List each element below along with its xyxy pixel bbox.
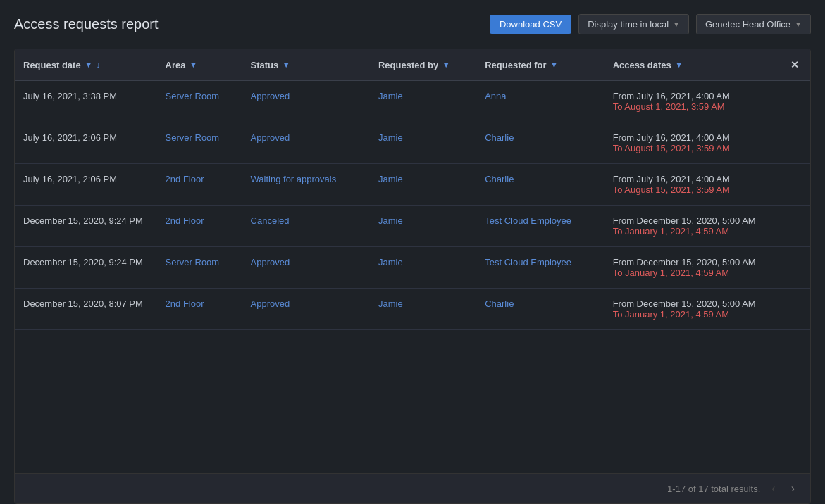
area-label: Area <box>166 60 186 70</box>
col-header-area[interactable]: Area ▼ <box>157 49 242 81</box>
table-row: July 16, 2021, 2:06 PM2nd FloorWaiting f… <box>15 164 810 206</box>
page-container: Access requests report Download CSV Disp… <box>0 0 825 504</box>
cell-area[interactable]: 2nd Floor <box>157 164 242 206</box>
col-header-request-date[interactable]: Request date ▼ ↓ <box>15 49 157 81</box>
cell-requested-for[interactable]: Test Cloud Employee <box>476 206 604 247</box>
cell-request-date: July 16, 2021, 2:06 PM <box>15 164 157 206</box>
pagination-next-button[interactable]: › <box>787 481 799 496</box>
table-row: July 16, 2021, 2:06 PMServer RoomApprove… <box>15 122 810 164</box>
pagination-info: 1-17 of 17 total results. <box>667 484 760 494</box>
col-header-requested-for[interactable]: Requested for ▼ <box>476 49 604 81</box>
cell-requested-by[interactable]: Jamie <box>370 164 476 206</box>
access-date-to: To August 1, 2021, 3:59 AM <box>613 101 774 112</box>
cell-requested-by[interactable]: Jamie <box>370 289 476 330</box>
cell-requested-by[interactable]: Jamie <box>370 122 476 164</box>
cell-area[interactable]: Server Room <box>157 81 242 122</box>
access-date-to: To January 1, 2021, 4:59 AM <box>613 226 774 237</box>
location-button[interactable]: Genetec Head Office ▼ <box>696 14 811 34</box>
table-row: July 16, 2021, 3:38 PMServer RoomApprove… <box>15 81 810 122</box>
cell-actions <box>782 289 810 330</box>
cell-requested-by[interactable]: Jamie <box>370 247 476 289</box>
clear-all-filters-icon[interactable]: ✕ <box>790 59 799 70</box>
cell-access-dates: From December 15, 2020, 5:00 AMTo Januar… <box>604 289 782 330</box>
table-row: December 15, 2020, 9:24 PM2nd FloorCance… <box>15 206 810 247</box>
table-header-row: Request date ▼ ↓ Area ▼ <box>15 49 810 81</box>
cell-access-dates: From July 16, 2021, 4:00 AMTo August 15,… <box>604 122 782 164</box>
cell-status: Approved <box>242 247 370 289</box>
access-requests-table: Request date ▼ ↓ Area ▼ <box>15 49 810 330</box>
cell-request-date: July 16, 2021, 2:06 PM <box>15 122 157 164</box>
requested-by-filter-icon[interactable]: ▼ <box>442 60 450 70</box>
cell-request-date: December 15, 2020, 9:24 PM <box>15 206 157 247</box>
cell-request-date: December 15, 2020, 8:07 PM <box>15 289 157 330</box>
access-date-from: From July 16, 2021, 4:00 AM <box>613 132 774 143</box>
download-csv-button[interactable]: Download CSV <box>490 15 571 34</box>
cell-requested-for[interactable]: Charlie <box>476 164 604 206</box>
cell-requested-for[interactable]: Charlie <box>476 122 604 164</box>
location-label: Genetec Head Office <box>705 19 790 30</box>
access-dates-label: Access dates <box>613 60 671 70</box>
access-date-to: To August 15, 2021, 3:59 AM <box>613 143 774 153</box>
access-date-from: From December 15, 2020, 5:00 AM <box>613 215 774 226</box>
access-date-from: From December 15, 2020, 5:00 AM <box>613 298 774 309</box>
cell-actions <box>782 247 810 289</box>
cell-status: Waiting for approvals <box>242 164 370 206</box>
time-display-button[interactable]: Display time in local ▼ <box>578 14 689 34</box>
location-chevron-icon: ▼ <box>795 20 802 28</box>
header: Access requests report Download CSV Disp… <box>14 14 811 34</box>
cell-area[interactable]: 2nd Floor <box>157 289 242 330</box>
cell-access-dates: From July 16, 2021, 4:00 AMTo August 1, … <box>604 81 782 122</box>
request-date-sort-icon[interactable]: ↓ <box>97 61 101 69</box>
area-filter-icon[interactable]: ▼ <box>190 60 198 70</box>
requested-for-label: Requested for <box>485 60 546 70</box>
cell-status: Approved <box>242 81 370 122</box>
cell-actions <box>782 81 810 122</box>
requested-for-filter-icon[interactable]: ▼ <box>550 60 559 70</box>
col-header-status[interactable]: Status ▼ <box>242 49 370 81</box>
cell-requested-for[interactable]: Anna <box>476 81 604 122</box>
status-filter-icon[interactable]: ▼ <box>282 60 290 70</box>
access-dates-filter-icon[interactable]: ▼ <box>675 60 683 70</box>
cell-actions <box>782 122 810 164</box>
table-body: July 16, 2021, 3:38 PMServer RoomApprove… <box>15 81 810 330</box>
cell-request-date: July 16, 2021, 3:38 PM <box>15 81 157 122</box>
request-date-label: Request date <box>23 60 81 70</box>
col-header-access-dates[interactable]: Access dates ▼ <box>604 49 782 81</box>
cell-actions <box>782 206 810 247</box>
access-date-to: To January 1, 2021, 4:59 AM <box>613 309 774 320</box>
table-row: December 15, 2020, 9:24 PMServer RoomApp… <box>15 247 810 289</box>
access-date-to: To January 1, 2021, 4:59 AM <box>613 267 774 278</box>
cell-requested-for[interactable]: Charlie <box>476 289 604 330</box>
pagination-prev-button[interactable]: ‹ <box>767 481 779 496</box>
cell-access-dates: From July 16, 2021, 4:00 AMTo August 15,… <box>604 164 782 206</box>
cell-actions <box>782 164 810 206</box>
page-title: Access requests report <box>14 16 490 32</box>
requested-by-label: Requested by <box>378 60 438 70</box>
cell-area[interactable]: 2nd Floor <box>157 206 242 247</box>
cell-area[interactable]: Server Room <box>157 247 242 289</box>
access-date-from: From July 16, 2021, 4:00 AM <box>613 91 774 101</box>
col-header-clear-filters[interactable]: ✕ <box>782 49 810 81</box>
cell-requested-for[interactable]: Test Cloud Employee <box>476 247 604 289</box>
request-date-filter-icon[interactable]: ▼ <box>85 60 93 70</box>
access-date-from: From July 16, 2021, 4:00 AM <box>613 174 774 184</box>
cell-status: Approved <box>242 122 370 164</box>
cell-requested-by[interactable]: Jamie <box>370 81 476 122</box>
col-header-requested-by[interactable]: Requested by ▼ <box>370 49 476 81</box>
table-container: Request date ▼ ↓ Area ▼ <box>14 49 811 504</box>
access-date-to: To August 15, 2021, 3:59 AM <box>613 184 774 195</box>
status-label: Status <box>251 60 279 70</box>
cell-request-date: December 15, 2020, 9:24 PM <box>15 247 157 289</box>
cell-status: Approved <box>242 289 370 330</box>
cell-access-dates: From December 15, 2020, 5:00 AMTo Januar… <box>604 247 782 289</box>
header-controls: Download CSV Display time in local ▼ Gen… <box>490 14 811 34</box>
time-display-chevron-icon: ▼ <box>673 20 680 28</box>
cell-access-dates: From December 15, 2020, 5:00 AMTo Januar… <box>604 206 782 247</box>
access-date-from: From December 15, 2020, 5:00 AM <box>613 257 774 267</box>
cell-area[interactable]: Server Room <box>157 122 242 164</box>
table-row: December 15, 2020, 8:07 PM2nd FloorAppro… <box>15 289 810 330</box>
time-display-label: Display time in local <box>588 19 669 30</box>
table-scroll-area[interactable]: Request date ▼ ↓ Area ▼ <box>15 49 810 473</box>
cell-requested-by[interactable]: Jamie <box>370 206 476 247</box>
table-footer: 1-17 of 17 total results. ‹ › <box>15 473 810 503</box>
